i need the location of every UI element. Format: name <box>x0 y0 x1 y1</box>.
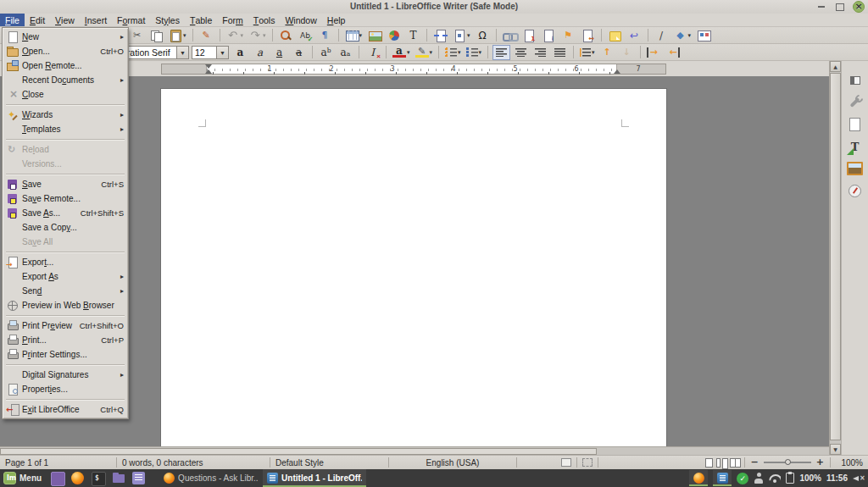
menu-item-recent-documents[interactable]: Recent Documents▸ <box>3 73 127 87</box>
menu-item-send[interactable]: Send▸ <box>3 284 127 298</box>
clear-formatting-button[interactable]: I× <box>364 45 381 60</box>
page-deck-icon[interactable] <box>846 115 865 134</box>
horizontal-scrollbar-thumb[interactable] <box>0 448 597 455</box>
page-style-status[interactable]: Default Style <box>270 456 388 469</box>
menu-item-templates[interactable]: Templates▸ <box>3 122 127 136</box>
insert-endnote-button[interactable] <box>540 28 558 43</box>
close-document-button[interactable]: × <box>853 0 865 14</box>
insert-text-box-button[interactable]: T <box>404 28 422 43</box>
scroll-up-button[interactable]: ▲ <box>830 61 841 72</box>
menubar-item-table[interactable]: Table <box>185 14 217 26</box>
ruler-left-margin[interactable] <box>162 64 207 74</box>
network-icon[interactable] <box>769 473 781 483</box>
copy-button[interactable] <box>147 28 165 43</box>
insert-line-button[interactable]: / <box>653 28 670 43</box>
view-multi-page-icon[interactable] <box>716 458 721 468</box>
insert-field-dropdown-icon[interactable]: ▾ <box>467 32 470 39</box>
zoom-slider[interactable] <box>764 462 811 463</box>
font-size-combobox[interactable]: 12 ▼ <box>192 46 229 59</box>
clone-formatting-button[interactable]: ✎ <box>198 28 215 43</box>
menu-item-save-as[interactable]: Save As...Ctrl+Shift+S <box>3 206 127 220</box>
terminal-launcher[interactable] <box>91 471 106 485</box>
menu-item-properties[interactable]: Properties... <box>3 382 127 396</box>
menu-item-wizards[interactable]: Wizards▸ <box>3 108 127 122</box>
menubar-item-styles[interactable]: Styles <box>150 14 185 26</box>
minimize-button[interactable] <box>815 1 827 13</box>
line-spacing-button[interactable]: ▾ <box>578 45 597 60</box>
clock[interactable]: 11:56 <box>826 473 848 483</box>
insert-field-button[interactable]: ▾ <box>451 28 472 43</box>
line-spacing-dropdown-icon[interactable]: ▾ <box>592 49 595 56</box>
update-manager-icon[interactable] <box>737 473 748 484</box>
menubar-item-window[interactable]: Window <box>280 14 321 26</box>
italic-button[interactable]: a <box>251 45 269 60</box>
horizontal-ruler[interactable]: 1234567 <box>161 64 666 75</box>
bold-button[interactable]: a <box>231 45 249 60</box>
ordered-list-dropdown-icon[interactable]: ▾ <box>479 49 482 56</box>
mint-menu-button[interactable]: Menu <box>0 469 47 487</box>
menu-item-save-remote[interactable]: Save Remote... <box>3 191 127 206</box>
files-launcher[interactable] <box>111 471 126 485</box>
insert-table-button[interactable]: ▾ <box>343 28 364 43</box>
menu-item-digital-signatures[interactable]: Digital Signatures▸ <box>3 368 127 382</box>
menu-item-preview-in-web-browser[interactable]: Preview in Web Browser <box>3 298 127 313</box>
first-line-indent-marker[interactable] <box>205 64 212 69</box>
basic-shapes-button[interactable]: ◆▾ <box>672 28 693 43</box>
insert-image-button[interactable] <box>365 28 383 43</box>
zoom-in-button[interactable]: + <box>814 457 826 468</box>
highlight-color-button[interactable]: ✎▾ <box>414 45 435 60</box>
align-left-button[interactable] <box>492 45 510 60</box>
document-page[interactable] <box>161 89 666 446</box>
navigator-deck-icon[interactable] <box>846 181 865 200</box>
titlebar[interactable]: Untitled 1 - LibreOffice Writer (Safe Mo… <box>0 0 868 14</box>
clipboard-applet-icon[interactable] <box>786 473 794 484</box>
menu-item-close[interactable]: Close <box>3 87 127 102</box>
view-single-page-icon[interactable] <box>705 458 713 468</box>
redo-dropdown-icon[interactable]: ▾ <box>263 32 266 39</box>
menubar-item-form[interactable]: Form <box>217 14 248 26</box>
menubar-item-edit[interactable]: Edit <box>25 14 50 26</box>
menu-item-open[interactable]: Open...Ctrl+O <box>3 44 127 58</box>
basic-shapes-dropdown-icon[interactable]: ▾ <box>688 32 692 39</box>
increase-paragraph-spacing-button[interactable]: ↑ <box>598 45 616 60</box>
menubar-item-file[interactable]: File <box>0 14 25 26</box>
align-center-button[interactable] <box>512 45 530 60</box>
maximize-button[interactable] <box>834 1 846 13</box>
taskbar-window-questions-ask-libr[interactable]: Questions - Ask Libr... <box>159 469 263 487</box>
firefox-launcher[interactable] <box>70 471 86 485</box>
menu-item-exit-libreoffice[interactable]: Exit LibreOfficeCtrl+Q <box>3 402 127 417</box>
zoom-slider-thumb[interactable] <box>785 459 791 465</box>
highlight-color-dropdown-icon[interactable]: ▾ <box>430 49 433 56</box>
font-color-button[interactable]: a▾ <box>391 45 412 60</box>
insert-footnote-button[interactable] <box>520 28 538 43</box>
menu-item-open-remote[interactable]: Open Remote... <box>3 58 127 73</box>
underline-button[interactable]: a <box>270 45 288 60</box>
font-color-dropdown-icon[interactable]: ▾ <box>407 49 410 56</box>
menubar-item-insert[interactable]: Insert <box>80 14 112 26</box>
sidebar-settings-icon[interactable] <box>846 71 865 90</box>
menu-item-export-as[interactable]: Export As▸ <box>3 269 127 284</box>
battery-level[interactable]: 100% <box>799 473 821 483</box>
menu-item-save-a-copy[interactable]: Save a Copy... <box>3 220 127 235</box>
increase-indent-button[interactable]: → <box>645 45 663 60</box>
vertical-scrollbar[interactable]: ▲ ▼ <box>829 61 841 455</box>
properties-deck-icon[interactable] <box>846 93 865 112</box>
menu-item-save[interactable]: SaveCtrl+S <box>3 177 127 191</box>
zoom-level-status[interactable]: 100% <box>831 456 868 469</box>
styles-deck-icon[interactable] <box>846 137 865 156</box>
word-count-status[interactable]: 0 words, 0 characters <box>117 456 270 469</box>
align-right-button[interactable] <box>531 45 549 60</box>
show-draw-functions-button[interactable] <box>694 28 712 43</box>
menu-item-print-preview[interactable]: Print PreviewCtrl+Shift+O <box>3 318 127 333</box>
paste-dropdown-icon[interactable]: ▾ <box>183 32 186 39</box>
scroll-down-button[interactable]: ▼ <box>830 444 841 455</box>
volume-muted-icon[interactable] <box>853 473 865 484</box>
insert-table-dropdown-icon[interactable]: ▾ <box>359 32 363 39</box>
font-name-dropdown-icon[interactable]: ▼ <box>176 47 188 58</box>
menu-item-export[interactable]: Export... <box>3 255 127 269</box>
justified-button[interactable] <box>551 45 569 60</box>
user-applet-icon[interactable] <box>754 473 764 484</box>
menubar-item-help[interactable]: Help <box>322 14 351 26</box>
insert-special-character-button[interactable]: Ω <box>474 28 492 43</box>
superscript-button[interactable]: aᵇ <box>317 45 335 60</box>
